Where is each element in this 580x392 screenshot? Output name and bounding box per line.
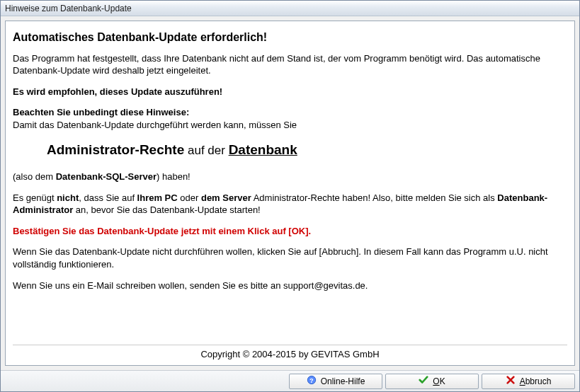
button-row: ? Online-Hilfe OK Abbruch bbox=[1, 370, 579, 391]
ok-rest: K bbox=[440, 376, 445, 386]
ok-button-label: OK bbox=[433, 376, 445, 386]
auf-der-text: auf der bbox=[184, 144, 228, 157]
l4b: , dass Sie auf bbox=[79, 192, 137, 203]
body-area: Automatisches Datenbank-Update erforderl… bbox=[13, 27, 567, 340]
abort-button[interactable]: Abbruch bbox=[482, 374, 575, 389]
l4-nicht: nicht bbox=[57, 192, 79, 203]
abort-u: A bbox=[520, 376, 525, 386]
help-icon: ? bbox=[307, 375, 317, 387]
ok-u: O bbox=[433, 376, 439, 386]
l4c: oder bbox=[178, 192, 201, 203]
sql-server-line: (also dem Datenbank-SQL-Server) haben! bbox=[13, 171, 567, 183]
intro-paragraph: Das Programm hat festgestellt, dass Ihre… bbox=[13, 52, 567, 77]
help-button-label: Online-Hilfe bbox=[321, 376, 365, 386]
l4a: Es genügt bbox=[13, 192, 57, 203]
datenbank-text: Datenbank bbox=[229, 142, 297, 157]
admin-rights-text: Administrator-Rechte bbox=[47, 142, 184, 157]
note-heading: Beachten Sie unbedingt diese Hinweise: bbox=[13, 107, 189, 117]
email-info-line: Wenn Sie uns ein E-Mail schreiben wollen… bbox=[13, 279, 567, 292]
svg-text:?: ? bbox=[309, 377, 313, 384]
online-help-button[interactable]: ? Online-Hilfe bbox=[289, 374, 382, 389]
abort-info-line: Wenn Sie das Datenbank-Update nicht durc… bbox=[13, 246, 567, 270]
content-panel: Automatisches Datenbank-Update erforderl… bbox=[5, 21, 575, 366]
abort-rest: bbruch bbox=[525, 376, 552, 386]
note-block: Beachten Sie unbedingt diese Hinweise: D… bbox=[13, 106, 567, 131]
recommend-line: Es wird empfohlen, dieses Update auszufü… bbox=[13, 86, 567, 98]
not-enough-line: Es genügt nicht, dass Sie auf Ihrem PC o… bbox=[13, 192, 567, 217]
admin-rights-line: Administrator-Rechte auf der Datenbank bbox=[47, 141, 567, 159]
content-wrap: Automatisches Datenbank-Update erforderl… bbox=[1, 16, 579, 370]
close-icon bbox=[506, 375, 516, 387]
ok-button[interactable]: OK bbox=[385, 374, 479, 389]
also-dem-pre: (also dem bbox=[13, 171, 56, 182]
sql-server-bold: Datenbank-SQL-Server bbox=[56, 171, 157, 182]
note-line: Damit das Datenbank-Update durchgeführt … bbox=[13, 120, 297, 130]
page-heading: Automatisches Datenbank-Update erforderl… bbox=[13, 30, 567, 45]
titlebar: Hinweise zum Datenbank-Update bbox=[1, 1, 579, 16]
window-title: Hinweise zum Datenbank-Update bbox=[5, 4, 132, 13]
also-dem-post: ) haben! bbox=[157, 171, 191, 182]
l4d: Administrator-Rechte haben! Also, bitte … bbox=[251, 192, 498, 203]
dialog-window: Hinweise zum Datenbank-Update Automatisc… bbox=[0, 0, 580, 392]
l4e: an, bevor Sie das Datenbank-Update start… bbox=[73, 204, 261, 215]
check-icon bbox=[419, 375, 428, 387]
l4-ihrempc: Ihrem PC bbox=[137, 192, 178, 203]
abort-button-label: Abbruch bbox=[520, 376, 552, 386]
copyright-line: Copyright © 2004-2015 by GEVITAS GmbH bbox=[13, 345, 567, 362]
l4-demserver: dem Server bbox=[201, 192, 251, 203]
confirm-red-line: Bestätigen Sie das Datenbank-Update jetz… bbox=[13, 225, 567, 238]
